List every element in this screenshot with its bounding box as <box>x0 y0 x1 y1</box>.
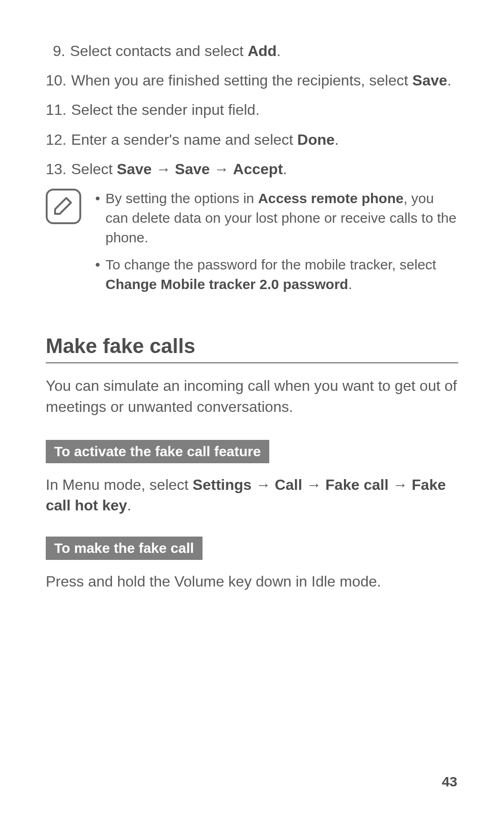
bold-text: Fake call <box>325 476 388 493</box>
note-block: • By setting the options in Access remot… <box>46 189 458 302</box>
step-body: Select the sender input field. <box>71 100 458 120</box>
note-bullet: • To change the password for the mobile … <box>94 255 458 294</box>
text: . <box>127 497 131 514</box>
step-number: 12. <box>46 130 71 150</box>
step-item: 12. Enter a sender's name and select Don… <box>46 130 458 150</box>
bold-text: Settings <box>193 476 252 493</box>
subsection-text: Press and hold the Volume key down in Id… <box>46 571 458 592</box>
step-item: 11. Select the sender input field. <box>46 100 458 120</box>
arrow: → <box>210 161 233 177</box>
text: Select <box>71 161 117 177</box>
steps-list: 9. Select contacts and select Add. 10. W… <box>46 41 458 179</box>
text: . <box>283 161 287 177</box>
bullet-dot: • <box>94 189 105 247</box>
text: Select contacts and select <box>70 42 248 59</box>
step-number: 10. <box>46 71 71 91</box>
bold-text: Save <box>175 161 210 177</box>
bold-text: Save <box>117 161 152 177</box>
bullet-dot: • <box>94 255 105 294</box>
arrow: → <box>302 476 326 493</box>
text: . <box>277 42 281 59</box>
section-heading: Make fake calls <box>46 334 458 363</box>
note-list: • By setting the options in Access remot… <box>94 189 458 302</box>
bold-text: Accept <box>233 161 283 177</box>
step-body: Select contacts and select Add. <box>70 41 458 61</box>
bold-text: Change Mobile tracker 2.0 password <box>105 276 348 292</box>
bold-text: Save <box>413 72 448 89</box>
note-bullet: • By setting the options in Access remot… <box>94 189 458 247</box>
bullet-body: To change the password for the mobile tr… <box>105 255 458 294</box>
text: . <box>348 276 352 292</box>
pencil-note-icon <box>46 189 81 302</box>
subsection-text: In Menu mode, select Settings → Call → F… <box>46 474 458 516</box>
bullet-body: By setting the options in Access remote … <box>105 189 458 247</box>
step-item: 10. When you are finished setting the re… <box>46 71 458 91</box>
bold-text: Call <box>275 476 302 493</box>
step-body: Enter a sender's name and select Done. <box>71 130 458 150</box>
arrow: → <box>152 161 175 177</box>
text: . <box>335 131 339 148</box>
text: When you are finished setting the recipi… <box>71 72 412 89</box>
text: Select the sender input field. <box>71 101 259 118</box>
text: To change the password for the mobile tr… <box>105 257 436 272</box>
step-number: 11. <box>46 100 71 120</box>
bold-text: Add <box>248 42 277 59</box>
step-number: 9. <box>46 41 70 61</box>
text: By setting the options in <box>105 191 258 206</box>
step-body: Select Save → Save → Accept. <box>71 159 458 179</box>
page-number: 43 <box>442 774 457 790</box>
bold-text: Access remote phone <box>258 191 404 206</box>
text: In Menu mode, select <box>46 476 193 493</box>
arrow: → <box>389 476 412 493</box>
step-item: 9. Select contacts and select Add. <box>46 41 458 61</box>
step-item: 13. Select Save → Save → Accept. <box>46 159 458 179</box>
text: Enter a sender's name and select <box>71 131 297 148</box>
arrow: → <box>252 476 275 493</box>
bold-text: Done <box>297 131 335 148</box>
svg-rect-0 <box>47 190 80 223</box>
subsection-make: To make the fake call Press and hold the… <box>46 537 458 592</box>
step-body: When you are finished setting the recipi… <box>71 71 458 91</box>
sub-heading: To activate the fake call feature <box>46 440 269 463</box>
sub-heading: To make the fake call <box>46 537 203 560</box>
subsection-activate: To activate the fake call feature In Men… <box>46 440 458 516</box>
section-intro: You can simulate an incoming call when y… <box>46 375 458 417</box>
text: . <box>447 72 451 89</box>
step-number: 13. <box>46 159 71 179</box>
